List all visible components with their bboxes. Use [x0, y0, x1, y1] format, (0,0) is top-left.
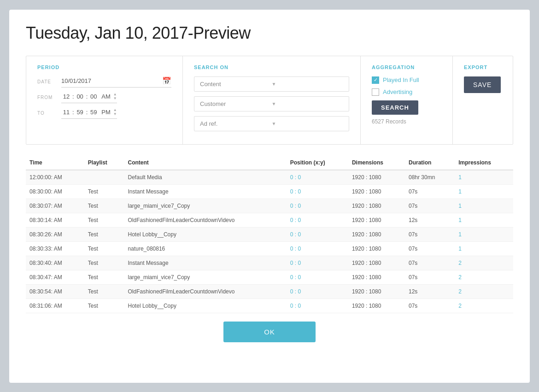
cell-3: 0 : 0	[287, 284, 348, 298]
to-minutes[interactable]	[75, 109, 85, 116]
cell-2: Instant Message	[124, 256, 287, 270]
table-row: 08:30:00: AMTestInstant Message0 : 01920…	[26, 184, 513, 199]
cell-1: Test	[84, 298, 124, 313]
date-input[interactable]	[61, 77, 162, 84]
save-button[interactable]: SAVE	[464, 76, 501, 93]
cell-3: 0 : 0	[287, 227, 348, 241]
calendar-icon[interactable]: 📅	[162, 76, 171, 85]
cell-5: 07s	[405, 199, 455, 213]
advertising-row: Advertising	[372, 88, 441, 96]
cell-0: 08:30:40: AM	[26, 256, 84, 270]
from-ampm: AM	[101, 93, 111, 100]
table-row: 08:30:14: AMTestOldFashionedFilmLeaderCo…	[26, 213, 513, 227]
table-row: 08:31:06: AMTestHotel Lobby__Copy0 : 019…	[26, 298, 513, 313]
cell-4: 1920 : 1080	[348, 270, 405, 284]
cell-5: 07s	[405, 256, 455, 270]
search-button[interactable]: SEARCH	[372, 100, 418, 115]
from-spinner[interactable]: ▲ ▼	[113, 92, 117, 101]
dropdown-3-arrow: ▼	[272, 121, 344, 126]
period-section: PERIOD DATE 📅 FROM : : AM	[26, 56, 183, 144]
cell-4: 1920 : 1080	[348, 256, 405, 270]
advertising-label[interactable]: Advertising	[383, 88, 412, 95]
table-row: 08:30:54: AMTestOldFashionedFilmLeaderCo…	[26, 284, 513, 298]
search-dropdown-2[interactable]: Customer ▼	[194, 96, 349, 111]
cell-4: 1920 : 1080	[348, 170, 405, 185]
table-row: 08:30:40: AMTestInstant Message0 : 01920…	[26, 256, 513, 270]
search-on-label: SEARCH ON	[194, 64, 349, 70]
table-row: 08:30:26: AMTestHotel Lobby__Copy0 : 019…	[26, 227, 513, 241]
ok-button-container: OK	[26, 322, 513, 342]
cell-1: Test	[84, 227, 124, 241]
from-minutes[interactable]	[75, 93, 85, 100]
cell-1: Test	[84, 184, 124, 199]
table-row: 08:30:07: AMTestlarge_miami_vice7_Copy0 …	[26, 199, 513, 213]
period-label: PERIOD	[37, 64, 171, 70]
to-spinner[interactable]: ▲ ▼	[113, 108, 117, 117]
advertising-checkbox[interactable]	[372, 88, 379, 96]
cell-2: nature_080816	[124, 241, 287, 256]
col-playlist: Playlist	[84, 156, 124, 170]
cell-2: OldFashionedFilmLeaderCountdownVidevo	[124, 213, 287, 227]
date-label: DATE	[37, 79, 61, 84]
cell-6: 2	[455, 298, 513, 313]
to-seconds[interactable]	[88, 109, 99, 116]
cell-2: large_miami_vice7_Copy	[124, 270, 287, 284]
cell-3: 0 : 0	[287, 199, 348, 213]
search-section: SEARCH ON Content ▼ Customer ▼ Ad ref. ▼	[183, 56, 361, 144]
cell-0: 08:31:06: AM	[26, 298, 84, 313]
cell-4: 1920 : 1080	[348, 199, 405, 213]
cell-5: 12s	[405, 213, 455, 227]
records-count: 6527 Records	[372, 118, 441, 125]
to-down-arrow[interactable]: ▼	[113, 112, 117, 117]
cell-2: Default Media	[124, 170, 287, 185]
played-in-full-row: Played In Full	[372, 76, 441, 84]
cell-3: 0 : 0	[287, 270, 348, 284]
from-field-row: FROM : : AM ▲ ▼	[37, 92, 171, 103]
to-label: TO	[37, 111, 61, 116]
cell-2: OldFashionedFilmLeaderCountdownVidevo	[124, 284, 287, 298]
cell-5: 12s	[405, 284, 455, 298]
page-title: Tuesday, Jan 10, 2017-Preview	[26, 23, 513, 43]
cell-4: 1920 : 1080	[348, 298, 405, 313]
cell-4: 1920 : 1080	[348, 241, 405, 256]
cell-6: 2	[455, 256, 513, 270]
cell-3: 0 : 0	[287, 170, 348, 185]
to-up-arrow[interactable]: ▲	[113, 108, 117, 112]
col-dimensions: Dimensions	[348, 156, 405, 170]
to-hours[interactable]	[61, 109, 71, 116]
from-down-arrow[interactable]: ▼	[113, 96, 117, 101]
cell-6: 1	[455, 241, 513, 256]
export-label: EXPORT	[464, 64, 502, 70]
page-container: Tuesday, Jan 10, 2017-Preview PERIOD DAT…	[9, 10, 530, 383]
ok-button[interactable]: OK	[223, 322, 316, 342]
cell-0: 08:30:54: AM	[26, 284, 84, 298]
cell-6: 1	[455, 227, 513, 241]
cell-4: 1920 : 1080	[348, 284, 405, 298]
export-section: EXPORT SAVE	[453, 56, 513, 144]
cell-0: 08:30:14: AM	[26, 213, 84, 227]
table-row: 12:00:00: AMDefault Media0 : 01920 : 108…	[26, 170, 513, 185]
aggregation-label: AGGREGATION	[372, 64, 441, 70]
search-dropdown-1-value: Content	[200, 81, 272, 88]
played-in-full-label[interactable]: Played In Full	[383, 76, 419, 83]
cell-1: Test	[84, 241, 124, 256]
dropdown-2-arrow: ▼	[272, 101, 344, 106]
cell-5: 08hr 30mn	[405, 170, 455, 185]
from-up-arrow[interactable]: ▲	[113, 92, 117, 97]
search-dropdown-1[interactable]: Content ▼	[194, 76, 349, 92]
cell-4: 1920 : 1080	[348, 213, 405, 227]
search-dropdown-3[interactable]: Ad ref. ▼	[194, 116, 349, 131]
data-table: Time Playlist Content Position (x:y) Dim…	[26, 156, 513, 313]
cell-2: Instant Message	[124, 184, 287, 199]
cell-1: Test	[84, 270, 124, 284]
cell-2: Hotel Lobby__Copy	[124, 298, 287, 313]
cell-0: 08:30:00: AM	[26, 184, 84, 199]
from-seconds[interactable]	[88, 93, 99, 100]
cell-4: 1920 : 1080	[348, 227, 405, 241]
from-hours[interactable]	[61, 93, 71, 100]
to-field-row: TO : : PM ▲ ▼	[37, 108, 171, 119]
played-in-full-checkbox[interactable]	[372, 76, 379, 84]
cell-3: 0 : 0	[287, 213, 348, 227]
filter-row: PERIOD DATE 📅 FROM : : AM	[26, 56, 513, 145]
cell-6: 1	[455, 199, 513, 213]
